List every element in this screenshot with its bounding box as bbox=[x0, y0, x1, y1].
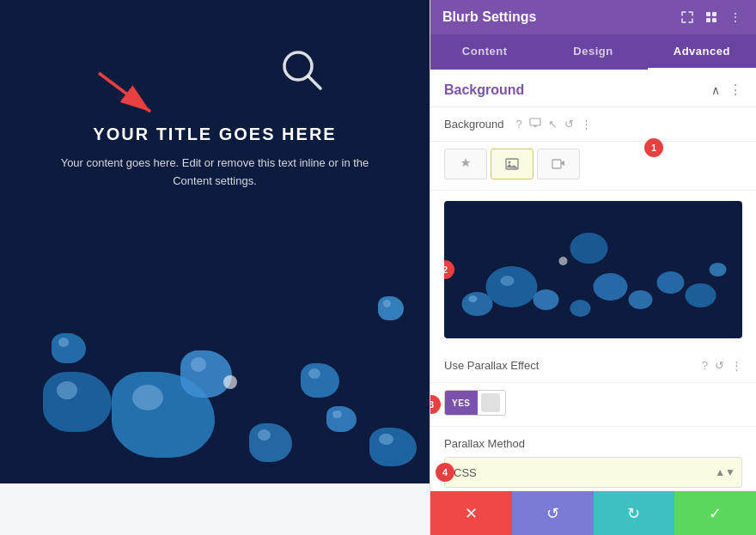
svg-point-23 bbox=[570, 233, 608, 264]
help-icon-parallax[interactable]: ? bbox=[702, 359, 708, 372]
decorative-rock bbox=[378, 296, 404, 320]
svg-point-14 bbox=[462, 292, 493, 316]
svg-rect-7 bbox=[712, 18, 716, 22]
save-icon: ✓ bbox=[709, 504, 722, 523]
cancel-icon: ✕ bbox=[465, 504, 478, 523]
undo-icon: ↺ bbox=[546, 504, 559, 523]
step-badge-3: 3 bbox=[430, 395, 441, 414]
decorative-rock bbox=[43, 372, 112, 432]
panel-footer: ✕ ↺ ↻ ✓ bbox=[430, 490, 756, 535]
section-collapse-icons: ∧ ⋮ bbox=[711, 82, 742, 98]
fullscreen-icon[interactable] bbox=[679, 9, 696, 26]
decorative-rock bbox=[326, 406, 357, 432]
svg-point-26 bbox=[559, 257, 568, 265]
svg-point-21 bbox=[686, 283, 716, 307]
svg-rect-4 bbox=[706, 12, 710, 16]
redo-icon: ↻ bbox=[627, 504, 640, 523]
background-label: Background bbox=[444, 118, 503, 131]
arrow-icon bbox=[94, 69, 163, 124]
svg-line-3 bbox=[308, 76, 320, 88]
preview-inner bbox=[444, 201, 742, 338]
more-parallax-icon[interactable]: ⋮ bbox=[731, 359, 742, 372]
decorative-rock bbox=[249, 423, 292, 462]
canvas-content: YOUR TITLE GOES HERE Your content goes h… bbox=[0, 0, 430, 535]
svg-rect-5 bbox=[712, 12, 716, 16]
svg-point-24 bbox=[469, 295, 478, 302]
parallax-label: Use Parallax Effect bbox=[444, 359, 539, 372]
reset-parallax-icon[interactable]: ↺ bbox=[715, 359, 724, 372]
svg-point-18 bbox=[594, 273, 628, 301]
panel-title: Blurb Settings bbox=[442, 9, 536, 25]
image-preview: 2 bbox=[444, 201, 742, 338]
cancel-button[interactable]: ✕ bbox=[430, 491, 512, 535]
svg-point-17 bbox=[570, 300, 591, 317]
fill-tab-button[interactable] bbox=[444, 149, 487, 179]
svg-point-15 bbox=[486, 266, 538, 307]
settings-panel: Blurb Settings ⋮ Content Design Advanced bbox=[430, 0, 756, 535]
more-options-icon[interactable]: ⋮ bbox=[727, 9, 744, 26]
parallax-method-section: Parallax Method 4 CSS True Parallax Mous… bbox=[430, 427, 756, 490]
svg-line-1 bbox=[99, 73, 150, 112]
background-type-tabs: 1 bbox=[430, 142, 756, 191]
tab-content[interactable]: Content bbox=[430, 34, 539, 70]
canvas-body: Your content goes here. Edit or remove t… bbox=[43, 155, 387, 191]
decorative-rock bbox=[52, 333, 86, 363]
background-icons: ? ↖ ↺ ⋮ bbox=[515, 118, 591, 131]
svg-rect-8 bbox=[530, 119, 540, 125]
panel-header: Blurb Settings ⋮ bbox=[430, 0, 756, 34]
video-tab-button[interactable] bbox=[537, 149, 580, 179]
svg-rect-13 bbox=[552, 160, 561, 168]
reset-icon[interactable]: ↺ bbox=[564, 118, 574, 131]
section-title: Background bbox=[444, 82, 524, 98]
white-bottom-area bbox=[0, 483, 430, 535]
section-more-icon[interactable]: ⋮ bbox=[729, 82, 742, 98]
canvas-title: YOUR TITLE GOES HERE bbox=[0, 125, 430, 144]
svg-point-12 bbox=[509, 161, 511, 164]
parallax-row: Use Parallax Effect ? ↺ ⋮ bbox=[430, 349, 756, 383]
tab-design[interactable]: Design bbox=[539, 34, 647, 70]
toggle-slider bbox=[481, 393, 500, 412]
panel-body: Background ∧ ⋮ Background ? ↖ ↺ bbox=[430, 70, 756, 490]
panel-header-icons: ⋮ bbox=[679, 9, 744, 26]
svg-point-16 bbox=[533, 289, 559, 310]
decorative-rock bbox=[301, 363, 339, 398]
svg-point-25 bbox=[501, 276, 515, 286]
panel-tabs: Content Design Advanced bbox=[430, 34, 756, 70]
decorative-rock bbox=[369, 428, 417, 466]
svg-point-19 bbox=[629, 290, 653, 309]
step-badge-1: 1 bbox=[644, 138, 663, 157]
parallax-toggle-wrap: 3 YES bbox=[430, 383, 756, 427]
method-label: Parallax Method bbox=[444, 437, 742, 450]
step-badge-4: 4 bbox=[436, 463, 454, 482]
undo-button[interactable]: ↺ bbox=[512, 491, 594, 535]
more-icon[interactable]: ⋮ bbox=[581, 118, 592, 131]
redo-button[interactable]: ↻ bbox=[594, 491, 675, 535]
svg-point-22 bbox=[710, 263, 727, 277]
toggle-yes-label: YES bbox=[445, 391, 478, 415]
section-header: Background ∧ ⋮ bbox=[430, 70, 756, 107]
method-row: 4 CSS True Parallax Mouse-Based ▲▼ bbox=[444, 457, 742, 488]
parallax-method-select[interactable]: CSS True Parallax Mouse-Based bbox=[444, 457, 742, 488]
cursor-icon[interactable]: ↖ bbox=[548, 118, 558, 131]
svg-point-20 bbox=[657, 271, 685, 294]
parallax-icons: ? ↺ ⋮ bbox=[702, 359, 742, 372]
save-button[interactable]: ✓ bbox=[674, 491, 756, 535]
comet bbox=[223, 375, 237, 389]
background-row: Background ? ↖ ↺ ⋮ bbox=[430, 107, 756, 142]
grid-icon[interactable] bbox=[703, 9, 720, 26]
canvas-area: YOUR TITLE GOES HERE Your content goes h… bbox=[0, 0, 430, 535]
help-icon[interactable]: ? bbox=[515, 118, 521, 131]
tab-advanced[interactable]: Advanced bbox=[648, 34, 756, 70]
parallax-toggle[interactable]: YES bbox=[444, 390, 506, 416]
image-tab-button[interactable] bbox=[491, 149, 533, 179]
decorative-rock bbox=[180, 350, 232, 398]
search-icon-canvas bbox=[279, 47, 326, 98]
chevron-up-icon[interactable]: ∧ bbox=[711, 83, 720, 97]
desktop-icon[interactable] bbox=[529, 118, 541, 131]
svg-rect-6 bbox=[706, 18, 710, 22]
